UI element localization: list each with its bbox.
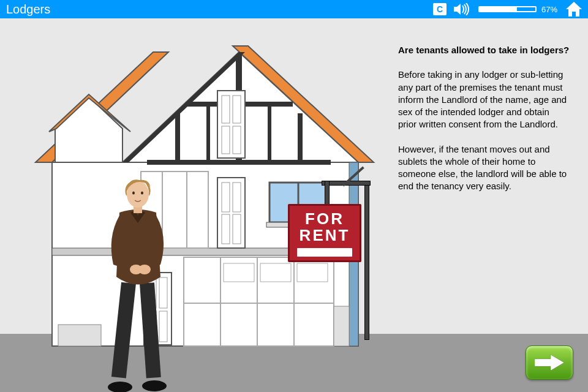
sign-board: FOR RENT bbox=[288, 204, 361, 262]
volume-percent-label: 67% bbox=[541, 5, 557, 14]
svg-marker-0 bbox=[454, 4, 461, 15]
stage: FOR RENT bbox=[0, 18, 392, 352]
svg-rect-47 bbox=[334, 306, 349, 346]
svg-rect-50 bbox=[140, 282, 161, 378]
sign-line-2: RENT bbox=[300, 227, 350, 244]
sign-bar bbox=[297, 248, 352, 257]
svg-rect-49 bbox=[111, 282, 136, 379]
page-title: Lodgers bbox=[6, 2, 50, 17]
sign-post bbox=[364, 181, 369, 340]
volume-fill bbox=[480, 7, 517, 11]
svg-marker-1 bbox=[566, 2, 582, 17]
topbar: Lodgers C 67% bbox=[0, 0, 588, 18]
home-icon bbox=[566, 2, 582, 17]
svg-point-54 bbox=[138, 265, 151, 274]
lesson-text: Are tenants allowed to take in lodgers? … bbox=[398, 44, 570, 205]
sign-hanger bbox=[325, 181, 330, 205]
lesson-question: Are tenants allowed to take in lodgers? bbox=[398, 44, 570, 56]
home-button[interactable] bbox=[566, 2, 582, 17]
svg-point-57 bbox=[132, 192, 135, 195]
captions-label: C bbox=[437, 4, 443, 14]
sign-line-1: FOR bbox=[305, 211, 344, 227]
lesson-paragraph-1: Before taking in any lodger or sub-letti… bbox=[398, 69, 570, 130]
svg-point-58 bbox=[141, 192, 143, 195]
speaker-icon[interactable] bbox=[454, 3, 471, 15]
captions-button[interactable]: C bbox=[433, 3, 447, 15]
svg-point-51 bbox=[108, 382, 132, 392]
lesson-paragraph-2: However, if the tenant moves out and sub… bbox=[398, 143, 570, 193]
svg-point-52 bbox=[142, 380, 167, 391]
volume-slider[interactable] bbox=[478, 6, 537, 12]
next-button[interactable] bbox=[526, 345, 573, 380]
presenter-figure bbox=[92, 179, 184, 392]
svg-marker-6 bbox=[55, 97, 123, 162]
arrow-right-icon bbox=[535, 353, 564, 372]
svg-marker-59 bbox=[535, 355, 564, 371]
